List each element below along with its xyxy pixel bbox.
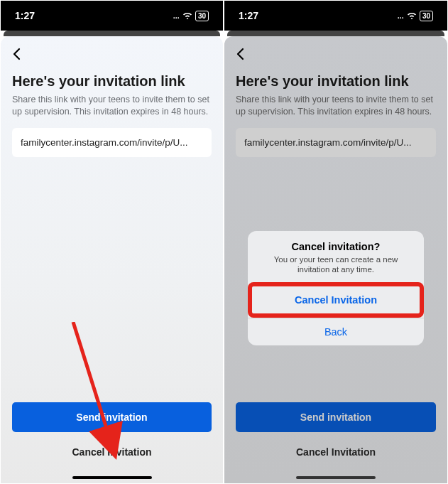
screenshot-left: 1:27 ... 30 Here's your invitation link …	[0, 0, 224, 484]
home-indicator	[72, 476, 152, 479]
cancel-invitation-button[interactable]: Cancel Invitation	[12, 441, 212, 463]
status-time: 1:27	[239, 10, 258, 21]
back-icon[interactable]	[236, 48, 250, 63]
battery-icon: 30	[420, 11, 433, 21]
battery-icon: 30	[195, 11, 209, 21]
page-title: Here's your invitation link	[12, 73, 212, 90]
content-area-dimmed: Here's your invitation link Share this l…	[224, 36, 447, 483]
page-title: Here's your invitation link	[236, 73, 436, 90]
page-subtitle: Share this link with your teens to invit…	[12, 94, 212, 118]
popup-back-button[interactable]: Back	[248, 318, 424, 345]
status-dots: ...	[398, 11, 404, 20]
popup-cancel-invitation-button[interactable]: Cancel Invitation	[248, 282, 424, 318]
screenshot-right: 1:27 ... 30 Here's your invitation link …	[224, 0, 448, 484]
wifi-icon	[182, 11, 192, 21]
wifi-icon	[407, 11, 417, 21]
content-area: Here's your invitation link Share this l…	[1, 36, 223, 483]
sheet-tab	[227, 31, 444, 36]
cancel-confirmation-popup: Cancel invitation? You or your teen can …	[248, 231, 424, 345]
page-subtitle: Share this link with your teens to invit…	[236, 94, 436, 118]
home-indicator	[296, 476, 376, 479]
sheet-tab	[4, 31, 220, 36]
invitation-link-box[interactable]: familycenter.instagram.com/invite/p/U...	[12, 128, 212, 157]
status-time: 1:27	[15, 10, 35, 21]
back-icon[interactable]	[12, 48, 26, 63]
status-bar: 1:27 ... 30	[1, 1, 223, 31]
invitation-link-box[interactable]: familycenter.instagram.com/invite/p/U...	[236, 128, 436, 157]
popup-title: Cancel invitation?	[261, 241, 411, 252]
status-right: ... 30	[398, 11, 433, 21]
popup-header: Cancel invitation? You or your teen can …	[248, 231, 424, 282]
cancel-invitation-button[interactable]: Cancel Invitation	[236, 441, 436, 463]
status-right: ... 30	[173, 11, 209, 21]
popup-subtitle: You or your teen can create a new invita…	[261, 254, 411, 275]
send-invitation-button[interactable]: Send invitation	[236, 402, 436, 432]
status-dots: ...	[173, 11, 180, 20]
send-invitation-button[interactable]: Send invitation	[12, 402, 212, 432]
status-bar: 1:27 ... 30	[224, 1, 447, 31]
